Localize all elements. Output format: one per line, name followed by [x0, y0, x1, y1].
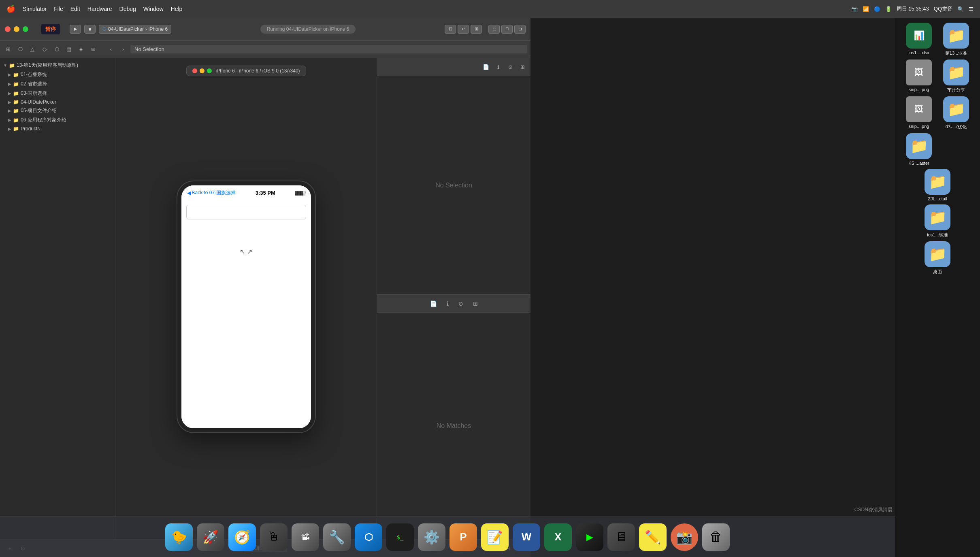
- iphone-text-field[interactable]: [186, 205, 306, 219]
- file-new-icon[interactable]: 📄: [430, 300, 437, 307]
- dock-screen[interactable]: 🖥: [607, 523, 635, 551]
- nav-item-1[interactable]: ▶ 📁 01-点餐系统: [0, 70, 115, 79]
- menu-help[interactable]: Help: [171, 6, 183, 12]
- desktop-icon-folder-3[interactable]: 📁 07-…(优化: [940, 96, 972, 130]
- folder-desktop-icon: 📁: [925, 241, 950, 267]
- desktop-icon-folder-2[interactable]: 📁 车丹分享: [940, 60, 972, 93]
- settings-tab[interactable]: ⊙: [505, 63, 515, 72]
- stop-button[interactable]: ■: [84, 25, 96, 34]
- dock-sketch[interactable]: ✏️: [639, 523, 667, 551]
- nav-root-item[interactable]: ▼ 📁 13-第1天(应用程序启动原理): [0, 61, 115, 70]
- split-view-btn[interactable]: ⊟: [445, 25, 456, 34]
- xlsx-label: ios1....xlsx: [908, 50, 929, 55]
- nav-item-5[interactable]: ▶ 📁 05-项目文件介绍: [0, 106, 115, 115]
- nav-forward-btn[interactable]: ›: [118, 45, 128, 54]
- desktop-right: 📊 ios1....xlsx 📁 第13...业准 🖼 snip....png …: [895, 18, 980, 557]
- menu-edit[interactable]: Edit: [70, 6, 80, 12]
- nav-report-icon[interactable]: ✉: [88, 45, 98, 54]
- menu-debug[interactable]: Debug: [119, 6, 136, 12]
- dock-xcode[interactable]: ⬡: [355, 523, 382, 551]
- nav-issue-icon[interactable]: ◇: [40, 45, 49, 54]
- tools-icon: 🔧: [329, 529, 345, 545]
- dock-finder[interactable]: 🐤: [165, 523, 193, 551]
- toolbar-right-buttons: ⊟ ↩ ⊞ ⊏ ⊓ ⊐: [445, 25, 526, 34]
- nav-folder-icon[interactable]: ⊞: [3, 45, 13, 54]
- assistant-btn[interactable]: ⊞: [471, 25, 482, 34]
- chevron-1: ▶: [8, 72, 11, 77]
- excel-icon: X: [554, 531, 561, 543]
- chevron-3: ▶: [8, 91, 11, 96]
- maximize-button[interactable]: [23, 26, 28, 32]
- scheme-button[interactable]: ⬡ 04-UIDatePicker › iPhone 6: [99, 25, 171, 34]
- nav-symbol-icon[interactable]: △: [28, 45, 37, 54]
- close-button[interactable]: [5, 26, 11, 32]
- info-icon[interactable]: ℹ: [447, 300, 449, 307]
- debug-toggle[interactable]: ⊓: [501, 25, 513, 34]
- grid-icon2[interactable]: ⊞: [473, 300, 478, 307]
- navigator-toggle[interactable]: ⊏: [488, 25, 500, 34]
- dock-safari[interactable]: 🧭: [228, 523, 256, 551]
- menu-simulator[interactable]: Simulator: [23, 6, 47, 12]
- run-button[interactable]: ▶: [70, 25, 81, 34]
- desktop-icon-folder-ios[interactable]: 📁 ios1...试准: [921, 204, 954, 238]
- editor-btn[interactable]: ↩: [458, 25, 469, 34]
- search-icon[interactable]: 🔍: [957, 6, 964, 12]
- nav-item-6[interactable]: ▶ 📁 06-应用程序对象介绍: [0, 115, 115, 125]
- info-tab[interactable]: ℹ: [493, 63, 503, 72]
- menu-window[interactable]: Window: [143, 6, 164, 12]
- nav-test-icon[interactable]: ⬡: [52, 45, 62, 54]
- png-1-label: snip....png: [909, 87, 929, 92]
- trash-icon: 🗑: [709, 529, 722, 544]
- size-tab[interactable]: ⊞: [518, 63, 527, 72]
- file-tab[interactable]: 📄: [481, 63, 491, 72]
- menu-file[interactable]: File: [54, 6, 63, 12]
- menu-hardware[interactable]: Hardware: [87, 6, 112, 12]
- nav-item-3[interactable]: ▶ 📁 03-国旗选择: [0, 89, 115, 98]
- back-arrow-icon: ◀: [187, 190, 191, 196]
- nav-item-2[interactable]: ▶ 📁 02-省市选择: [0, 79, 115, 89]
- desktop-row-3: 🖼 snip....png 📁 07-…(优化: [903, 96, 972, 130]
- dock-dvd[interactable]: 📽: [292, 523, 319, 551]
- item-label-products: Products: [21, 126, 40, 132]
- simulator-title: iPhone 6 - iPhone 6 / iOS 9.0 (13A340): [215, 68, 300, 74]
- nav-item-4[interactable]: ▶ 📁 04-UIDatePicker: [0, 98, 115, 106]
- dock-pockity[interactable]: P: [450, 523, 477, 551]
- desktop-row-5: 📁 ZJL...etail: [921, 169, 954, 201]
- item-label-4: 04-UIDatePicker: [21, 99, 56, 105]
- dock-word[interactable]: W: [513, 523, 540, 551]
- nav-back-btn[interactable]: ‹: [106, 45, 116, 54]
- dock-terminal[interactable]: $_: [386, 523, 414, 551]
- nav-item-products[interactable]: ▶ 📁 Products: [0, 125, 115, 133]
- dock-exec[interactable]: ▶: [576, 523, 603, 551]
- nav-search-icon[interactable]: ⎔: [15, 45, 25, 54]
- min-tl[interactable]: [199, 68, 204, 73]
- dock-excel[interactable]: X: [544, 523, 572, 551]
- desktop-icon-folder-desktop[interactable]: 📁 桌面: [921, 241, 954, 275]
- desktop-icon-xlsx[interactable]: 📊 ios1....xlsx: [903, 23, 935, 55]
- iphone-back-button[interactable]: ◀ Back to 07-国旗选择: [187, 189, 236, 196]
- close-tl[interactable]: [192, 68, 197, 73]
- dock-tools[interactable]: 🔧: [323, 523, 351, 551]
- desktop-icon-folder-1[interactable]: 📁 第13...业准: [940, 23, 972, 56]
- refresh-icon[interactable]: ⊙: [458, 300, 463, 307]
- max-tl[interactable]: [207, 68, 211, 73]
- xlsx-icon: 📊: [906, 23, 932, 49]
- dock-trash[interactable]: 🗑: [702, 523, 730, 551]
- dock-notes[interactable]: 📝: [481, 523, 509, 551]
- desktop-icon-png-1[interactable]: 🖼 snip....png: [903, 60, 935, 92]
- minimize-button[interactable]: [14, 26, 19, 32]
- list-icon[interactable]: ☰: [969, 6, 974, 12]
- xcode-content: ▼ 📁 13-第1天(应用程序启动原理) ▶ 📁 01-点餐系统 ▶ 📁 02-…: [0, 58, 530, 539]
- dock-syspref[interactable]: ⚙️: [418, 523, 445, 551]
- nav-breakpoint-icon[interactable]: ◈: [76, 45, 86, 54]
- utilities-toggle[interactable]: ⊐: [514, 25, 526, 34]
- pause-button[interactable]: 暂停: [41, 24, 60, 34]
- apple-icon[interactable]: 🍎: [6, 4, 15, 13]
- dock-iphoto[interactable]: 📸: [671, 523, 698, 551]
- desktop-icon-folder-zjl[interactable]: 📁 ZJL...etail: [921, 169, 954, 201]
- desktop-icon-folder-ksi[interactable]: 📁 KSI...aster: [903, 133, 935, 166]
- desktop-icon-png-2[interactable]: 🖼 snip....png: [903, 96, 935, 129]
- dock-launchpad[interactable]: 🚀: [197, 523, 224, 551]
- dock-mousepos[interactable]: 🖱: [260, 523, 288, 551]
- nav-debug-icon[interactable]: ▤: [64, 45, 74, 54]
